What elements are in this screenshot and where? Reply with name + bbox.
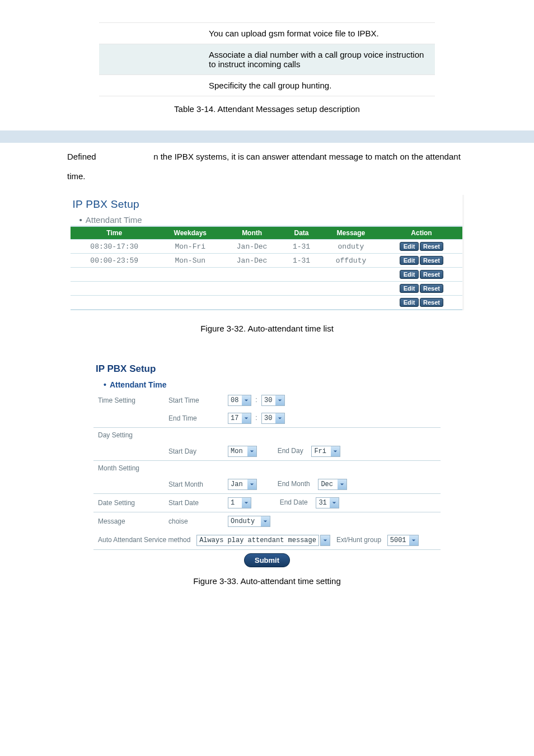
table-cell — [158, 268, 222, 282]
start-date-label: Start Date — [164, 494, 223, 512]
edit-button[interactable]: Edit — [400, 256, 419, 265]
table-cell — [321, 268, 381, 282]
submit-button[interactable]: Submit — [244, 553, 290, 567]
reset-button[interactable]: Reset — [420, 256, 443, 265]
chevron-down-icon — [321, 535, 330, 545]
table-cell: Jan-Dec — [222, 240, 282, 254]
end-month-select[interactable]: Dec — [318, 479, 347, 490]
table-cell — [71, 268, 159, 282]
chevron-down-icon — [275, 395, 284, 405]
table-cell — [282, 282, 321, 296]
attendant-time-table: Time Weekdays Month Data Message Action … — [71, 226, 462, 310]
reset-button[interactable]: Reset — [420, 298, 443, 307]
message-label: Message — [93, 512, 164, 530]
date-setting-label: Date Setting — [93, 494, 164, 512]
table-row: 00:00-23:59Mon-SunJan-Dec1-31offdutyEdit… — [71, 254, 462, 268]
panel2-title: IP PBX Setup — [93, 361, 441, 380]
end-time-label: End Time — [164, 409, 223, 428]
section-bar — [0, 130, 534, 143]
action-cell: EditReset — [381, 296, 462, 310]
auto-service-label: Auto Attendant Service method — [98, 536, 190, 544]
table-cell — [222, 282, 282, 296]
end-day-select[interactable]: Fri — [311, 446, 340, 457]
start-day-label: Start Day — [164, 442, 223, 461]
end-hour-select[interactable]: 17 — [228, 413, 251, 424]
col-weekdays: Weekdays — [158, 226, 222, 240]
attendant-time-setting-panel: IP PBX Setup •Attendant Time Time Settin… — [93, 361, 441, 571]
action-cell: EditReset — [381, 240, 462, 254]
chevron-down-icon — [331, 446, 340, 456]
time-setting-label: Time Setting — [93, 391, 164, 409]
chevron-down-icon — [242, 395, 251, 405]
table-row: EditReset — [71, 296, 462, 310]
chevron-down-icon — [330, 498, 339, 508]
table-cell: 1-31 — [282, 254, 321, 268]
table-cell — [282, 268, 321, 282]
table-cell: 00:00-23:59 — [71, 254, 159, 268]
start-date-select[interactable]: 1 — [228, 497, 251, 508]
setting-form: Time Setting Start Time 08 : 30 — [93, 391, 441, 571]
chevron-down-icon — [242, 498, 251, 508]
action-cell: EditReset — [381, 268, 462, 282]
col-data: Data — [282, 226, 321, 240]
table-cell: onduty — [321, 240, 381, 254]
edit-button[interactable]: Edit — [400, 298, 419, 307]
desc-cell: Specificity the call group hunting. — [202, 75, 435, 96]
reset-button[interactable]: Reset — [420, 270, 443, 279]
table-cell — [71, 296, 159, 310]
end-min-select[interactable]: 30 — [261, 413, 285, 424]
chevron-down-icon — [409, 535, 418, 545]
edit-button[interactable]: Edit — [400, 284, 419, 293]
table-row: 08:30-17:30Mon-FriJan-Dec1-31ondutyEditR… — [71, 240, 462, 254]
start-month-select[interactable]: Jan — [228, 479, 257, 490]
table-cell — [71, 282, 159, 296]
table-cell: Jan-Dec — [222, 254, 282, 268]
action-cell: EditReset — [381, 282, 462, 296]
start-hour-select[interactable]: 08 — [228, 395, 251, 406]
chevron-down-icon — [275, 413, 284, 423]
table-cell: offduty — [321, 254, 381, 268]
col-time: Time — [71, 226, 159, 240]
end-month-label: End Month — [278, 480, 310, 488]
action-cell: EditReset — [381, 254, 462, 268]
start-day-select[interactable]: Mon — [228, 446, 257, 457]
day-setting-label: Day Setting — [93, 428, 164, 442]
ext-hunt-select[interactable]: 5001 — [387, 535, 419, 546]
auto-service-select[interactable] — [320, 535, 330, 546]
table-cell — [282, 296, 321, 310]
panel-subtitle: •Attendant Time — [71, 215, 462, 226]
table-cell — [321, 296, 381, 310]
col-action: Action — [381, 226, 462, 240]
chevron-down-icon — [338, 479, 346, 489]
figure-caption-1: Figure 3-32. Auto-attendant time list — [0, 324, 534, 333]
table-cell: 08:30-17:30 — [71, 240, 159, 254]
edit-button[interactable]: Edit — [400, 242, 419, 251]
table-cell — [222, 268, 282, 282]
auto-service-input[interactable]: Always play attendant message — [196, 535, 319, 546]
table-cell: Mon-Fri — [158, 240, 222, 254]
end-date-select[interactable]: 31 — [316, 497, 339, 508]
table-caption: Table 3-14. Attendant Messages setup des… — [0, 104, 534, 114]
chevron-down-icon — [247, 479, 256, 489]
table-cell — [321, 282, 381, 296]
table-cell: Mon-Sun — [158, 254, 222, 268]
start-min-select[interactable]: 30 — [261, 395, 285, 406]
body-text: Defined n the IPBX systems, it is can an… — [0, 147, 534, 186]
start-month-label: Start Month — [164, 475, 223, 494]
choise-label: choise — [164, 512, 223, 530]
col-month: Month — [222, 226, 282, 240]
end-date-label: End Date — [280, 498, 308, 506]
reset-button[interactable]: Reset — [420, 284, 443, 293]
chevron-down-icon — [261, 516, 270, 526]
panel2-subtitle: •Attendant Time — [93, 380, 441, 391]
choise-select[interactable]: Onduty — [228, 516, 270, 527]
table-cell — [222, 296, 282, 310]
description-table: You can upload gsm format voice file to … — [99, 22, 435, 96]
edit-button[interactable]: Edit — [400, 270, 419, 279]
desc-cell: You can upload gsm format voice file to … — [202, 23, 435, 44]
attendant-time-list-panel: IP PBX Setup •Attendant Time Time Weekda… — [71, 195, 464, 310]
reset-button[interactable]: Reset — [420, 242, 443, 251]
panel-title: IP PBX Setup — [71, 195, 462, 215]
table-row: EditReset — [71, 282, 462, 296]
chevron-down-icon — [247, 446, 256, 456]
